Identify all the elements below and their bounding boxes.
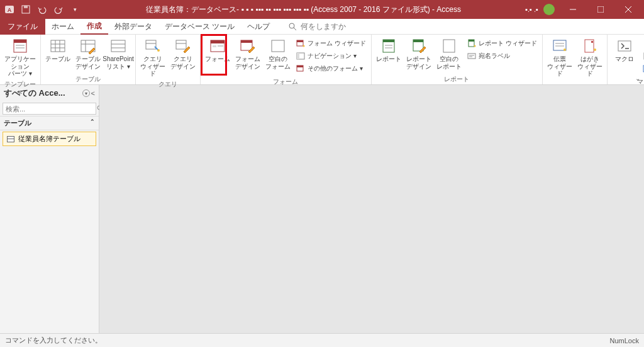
postcard-wizard-button[interactable]: はがき ウィザード <box>575 36 604 79</box>
svg-point-53 <box>474 45 475 47</box>
statusbar: コマンドを入力してください。 NumLock <box>0 333 644 347</box>
slip-icon <box>551 37 569 55</box>
ribbon: アプリケーション パーツ ▾ テンプレート テーブル テーブル デザイン Sha… <box>0 35 644 85</box>
navigation-icon <box>296 52 305 60</box>
svg-rect-49 <box>413 40 423 42</box>
svg-rect-14 <box>51 40 65 52</box>
tell-me-search[interactable]: 何をしますか <box>289 21 346 32</box>
svg-rect-28 <box>176 40 186 49</box>
query-design-button[interactable]: クエリ デザイン <box>169 36 197 71</box>
macro-icon <box>616 37 633 55</box>
query-wizard-button[interactable]: クエリ ウィザード <box>138 36 167 79</box>
form-design-button[interactable]: フォーム デザイン <box>233 36 262 71</box>
report-design-button[interactable]: レポート デザイン <box>404 36 433 71</box>
table-icon <box>49 37 67 55</box>
svg-rect-11 <box>14 40 26 43</box>
form-wizard-icon <box>296 39 305 48</box>
nav-item-employee-table[interactable]: 従業員名簿テーブル <box>3 132 96 146</box>
svg-point-27 <box>157 49 160 52</box>
svg-rect-35 <box>241 40 252 43</box>
nav-search[interactable] <box>3 103 96 115</box>
svg-point-39 <box>303 45 305 47</box>
report-wizard-icon <box>467 39 476 48</box>
main-canvas <box>99 85 644 333</box>
collapse-ribbon-icon[interactable]: ⌄ <box>635 75 640 82</box>
svg-rect-62 <box>591 41 593 43</box>
nav-search-input[interactable] <box>3 105 95 113</box>
blank-report-icon <box>440 37 458 55</box>
sharepoint-button[interactable]: SharePoint リスト ▾ <box>104 36 133 71</box>
navigation-pane: すべての Acce... ▾ < テーブル ⌃ 従業員名簿テーブル <box>0 85 99 333</box>
minimize-button[interactable] <box>560 0 586 19</box>
other-forms-icon <box>296 64 305 73</box>
svg-rect-45 <box>383 40 394 42</box>
user-avatar[interactable] <box>543 4 555 15</box>
svg-rect-3 <box>24 6 28 8</box>
svg-point-8 <box>289 23 294 28</box>
svg-rect-36 <box>272 40 284 52</box>
table-object-icon <box>7 136 14 142</box>
status-message: コマンドを入力してください。 <box>5 336 102 345</box>
svg-text:A: A <box>8 7 12 13</box>
nav-section-tables[interactable]: テーブル ⌃ <box>0 116 99 130</box>
svg-rect-5 <box>597 6 604 13</box>
redo-icon[interactable] <box>52 3 65 16</box>
tab-create[interactable]: 作成 <box>80 19 108 35</box>
blank-form-button[interactable]: 空白の フォーム <box>264 36 292 71</box>
query-design-icon <box>174 37 192 55</box>
titlebar: A ▾ 従業員名簿：データベース- ▪ ▪ ▪ ▪▪▪ ▪▪ ▪▪▪ ▪▪▪ ▪… <box>0 0 644 19</box>
table-button[interactable]: テーブル <box>43 36 72 64</box>
svg-rect-52 <box>469 40 474 42</box>
save-icon[interactable] <box>19 3 33 16</box>
app-parts-icon <box>11 37 29 55</box>
group-templates: アプリケーション パーツ ▾ テンプレート <box>0 35 41 84</box>
report-icon <box>380 37 397 55</box>
form-button[interactable]: フォーム <box>203 36 232 64</box>
form-wizard-button[interactable]: フォーム ウィザード <box>296 37 366 50</box>
navigation-button[interactable]: ナビゲーション ▾ <box>296 50 366 62</box>
app-icon: A <box>3 3 16 16</box>
labels-button[interactable]: 宛名ラベル <box>467 50 537 62</box>
group-forms: フォーム フォーム デザイン 空白の フォーム フォーム ウィザード ナビゲーシ… <box>201 35 372 84</box>
user-name[interactable]: ▪.▪ .▪ <box>525 6 538 13</box>
tab-home[interactable]: ホーム <box>45 19 80 35</box>
form-design-icon <box>239 37 257 55</box>
maximize-button[interactable] <box>587 0 614 19</box>
svg-line-9 <box>294 28 296 30</box>
query-wizard-icon <box>144 37 162 55</box>
report-button[interactable]: レポート <box>374 36 403 64</box>
close-button[interactable] <box>615 0 641 19</box>
table-design-icon <box>79 37 97 55</box>
group-queries: クエリ ウィザード クエリ デザイン クエリ <box>136 35 201 84</box>
section-collapse-icon: ⌃ <box>90 118 95 128</box>
nav-dropdown-icon[interactable]: ▾ <box>82 89 90 97</box>
svg-point-60 <box>564 48 566 51</box>
table-design-button[interactable]: テーブル デザイン <box>74 36 103 71</box>
other-forms-button[interactable]: その他のフォーム ▾ <box>296 62 366 75</box>
undo-icon[interactable] <box>35 3 49 16</box>
report-wizard-button[interactable]: レポート ウィザード <box>467 37 537 50</box>
search-icon <box>289 23 297 31</box>
app-parts-button[interactable]: アプリケーション パーツ ▾ <box>3 36 38 79</box>
svg-rect-43 <box>297 65 303 67</box>
tab-help[interactable]: ヘルプ <box>241 19 276 35</box>
postcard-icon <box>581 37 599 55</box>
svg-rect-31 <box>211 40 225 43</box>
window-title: 従業員名簿：データベース- ▪ ▪ ▪ ▪▪▪ ▪▪ ▪▪▪ ▪▪▪ ▪▪▪ ▪… <box>82 4 525 15</box>
tab-dbtools[interactable]: データベース ツール <box>158 19 241 35</box>
blank-report-button[interactable]: 空白の レポート <box>435 36 464 71</box>
qat-more-icon[interactable]: ▾ <box>68 3 82 16</box>
report-design-icon <box>410 37 428 55</box>
form-icon <box>209 37 226 55</box>
svg-rect-22 <box>111 40 125 52</box>
content-area: すべての Acce... ▾ < テーブル ⌃ 従業員名簿テーブル <box>0 85 644 333</box>
slip-wizard-button[interactable]: 伝票 ウィザード <box>545 36 574 79</box>
status-numlock: NumLock <box>610 337 639 344</box>
tab-external[interactable]: 外部データ <box>108 19 158 35</box>
group-tables: テーブル テーブル デザイン SharePoint リスト ▾ テーブル <box>41 35 136 84</box>
nav-collapse-icon[interactable]: < <box>91 89 95 97</box>
macro-button[interactable]: マクロ <box>610 36 639 64</box>
tab-file[interactable]: ファイル <box>0 19 45 35</box>
svg-point-63 <box>594 48 596 51</box>
menubar: ファイル ホーム 作成 外部データ データベース ツール ヘルプ 何をしますか <box>0 19 644 35</box>
